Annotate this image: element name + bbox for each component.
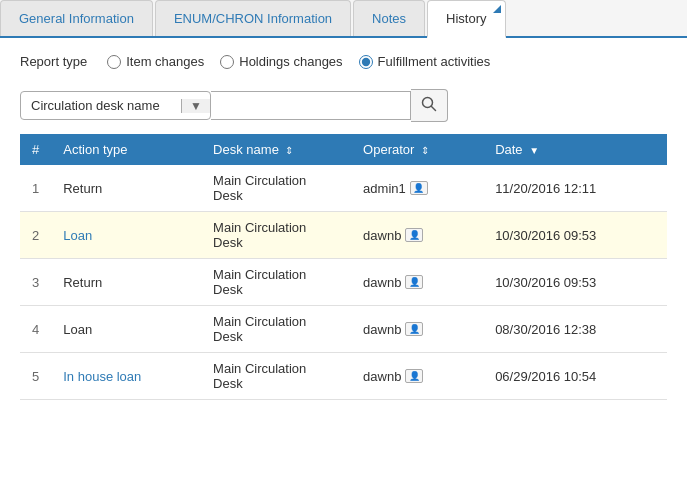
radio-item-changes-input[interactable] — [107, 55, 121, 69]
radio-fulfillment-input[interactable] — [359, 55, 373, 69]
cell-num: 4 — [20, 306, 51, 353]
cell-date: 06/29/2016 10:54 — [483, 353, 667, 400]
col-header-operator[interactable]: Operator ⇕ — [351, 134, 483, 165]
cell-action-type: Return — [51, 259, 201, 306]
tab-general-information-label: General Information — [19, 11, 134, 26]
cell-action-type: Return — [51, 165, 201, 212]
operator-card-icon[interactable]: 👤 — [405, 369, 423, 383]
cell-desk-name: Main Circulation Desk — [201, 212, 351, 259]
operator-name: dawnb — [363, 275, 401, 290]
search-icon — [421, 96, 437, 115]
cell-date: 08/30/2016 12:38 — [483, 306, 667, 353]
cell-operator: dawnb👤 — [351, 212, 483, 259]
col-header-desk-name[interactable]: Desk name ⇕ — [201, 134, 351, 165]
radio-item-changes-label: Item changes — [126, 54, 204, 69]
col-header-num: # — [20, 134, 51, 165]
radio-holdings-changes-label: Holdings changes — [239, 54, 342, 69]
tab-bar: General Information ENUM/CHRON Informati… — [0, 0, 687, 38]
cell-date: 11/20/2016 12:11 — [483, 165, 667, 212]
cell-num: 3 — [20, 259, 51, 306]
report-type-label: Report type — [20, 54, 87, 69]
search-button[interactable] — [411, 89, 448, 122]
table-row: 3ReturnMain Circulation Deskdawnb👤10/30/… — [20, 259, 667, 306]
operator-card-icon[interactable]: 👤 — [405, 275, 423, 289]
cell-num: 2 — [20, 212, 51, 259]
cell-operator: dawnb👤 — [351, 353, 483, 400]
tab-history[interactable]: History — [427, 0, 505, 38]
filter-select-wrapper: Circulation desk name ▼ — [20, 91, 211, 120]
cell-operator: admin1👤 — [351, 165, 483, 212]
tab-history-label: History — [446, 11, 486, 26]
operator-name: dawnb — [363, 369, 401, 384]
filter-text-input[interactable] — [211, 91, 411, 120]
table-container: # Action type Desk name ⇕ Operator ⇕ Dat… — [0, 134, 687, 400]
sort-icon-date: ▼ — [529, 145, 539, 156]
cell-num: 5 — [20, 353, 51, 400]
operator-card-icon[interactable]: 👤 — [405, 322, 423, 336]
cell-action-type: Loan — [51, 306, 201, 353]
tab-notes-label: Notes — [372, 11, 406, 26]
tab-enum-chron-information[interactable]: ENUM/CHRON Information — [155, 0, 351, 36]
radio-item-changes[interactable]: Item changes — [107, 54, 204, 69]
col-header-date[interactable]: Date ▼ — [483, 134, 667, 165]
cell-desk-name: Main Circulation Desk — [201, 259, 351, 306]
cell-desk-name: Main Circulation Desk — [201, 165, 351, 212]
filter-row: Circulation desk name ▼ — [0, 81, 687, 134]
tab-notes[interactable]: Notes — [353, 0, 425, 36]
cell-desk-name: Main Circulation Desk — [201, 306, 351, 353]
radio-holdings-changes-input[interactable] — [220, 55, 234, 69]
table-row: 5In house loanMain Circulation Deskdawnb… — [20, 353, 667, 400]
sort-icon-desk-name: ⇕ — [285, 145, 293, 156]
report-type-row: Report type Item changes Holdings change… — [0, 38, 687, 81]
cell-action-type[interactable]: Loan — [51, 212, 201, 259]
cell-operator: dawnb👤 — [351, 306, 483, 353]
table-row: 1ReturnMain Circulation Deskadmin1👤11/20… — [20, 165, 667, 212]
cell-action-type[interactable]: In house loan — [51, 353, 201, 400]
cell-num: 1 — [20, 165, 51, 212]
svg-line-1 — [431, 107, 435, 111]
radio-fulfillment-activities[interactable]: Fulfillment activities — [359, 54, 491, 69]
tab-enum-label: ENUM/CHRON Information — [174, 11, 332, 26]
operator-name: dawnb — [363, 322, 401, 337]
radio-fulfillment-label: Fulfillment activities — [378, 54, 491, 69]
history-table: # Action type Desk name ⇕ Operator ⇕ Dat… — [20, 134, 667, 400]
cell-date: 10/30/2016 09:53 — [483, 259, 667, 306]
table-header-row: # Action type Desk name ⇕ Operator ⇕ Dat… — [20, 134, 667, 165]
cell-date: 10/30/2016 09:53 — [483, 212, 667, 259]
table-row: 4LoanMain Circulation Deskdawnb👤08/30/20… — [20, 306, 667, 353]
filter-dropdown-arrow[interactable]: ▼ — [181, 99, 210, 113]
operator-name: admin1 — [363, 181, 406, 196]
tab-general-information[interactable]: General Information — [0, 0, 153, 36]
operator-card-icon[interactable]: 👤 — [405, 228, 423, 242]
cell-desk-name: Main Circulation Desk — [201, 353, 351, 400]
radio-holdings-changes[interactable]: Holdings changes — [220, 54, 342, 69]
table-row: 2LoanMain Circulation Deskdawnb👤10/30/20… — [20, 212, 667, 259]
operator-name: dawnb — [363, 228, 401, 243]
col-header-action-type: Action type — [51, 134, 201, 165]
operator-card-icon[interactable]: 👤 — [410, 181, 428, 195]
cell-operator: dawnb👤 — [351, 259, 483, 306]
sort-icon-operator: ⇕ — [421, 145, 429, 156]
filter-select[interactable]: Circulation desk name — [21, 92, 181, 119]
